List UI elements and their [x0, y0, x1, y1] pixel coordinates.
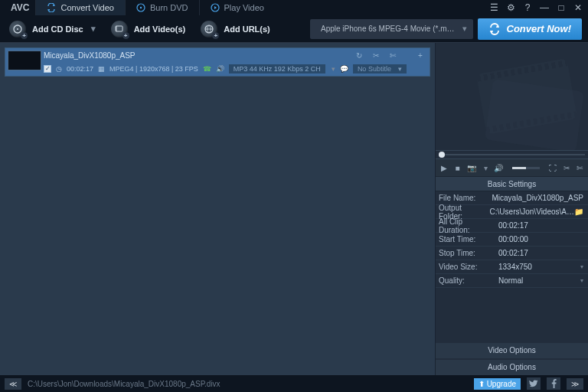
refresh-icon: [488, 23, 501, 35]
button-label: Add Video(s): [134, 24, 186, 34]
preview-area: [436, 43, 588, 150]
file-title: Micayala_DivX1080p_ASP: [44, 51, 136, 60]
button-label: Add URL(s): [224, 24, 270, 34]
stop-button[interactable]: ■: [454, 164, 462, 172]
help-icon[interactable]: ?: [522, 2, 533, 13]
output-profile-text: Apple iPhone 6s MPEG-4 Movie (*.m…: [321, 24, 455, 33]
setting-stop-time: Stop Time: 00:02:17: [436, 247, 588, 260]
subtitle-icon: 💬: [340, 65, 348, 73]
trim-icon[interactable]: ✄: [388, 51, 397, 60]
setting-quality: Quality: Normal▾: [436, 274, 588, 288]
settings-table: File Name: Micayala_DivX1080p_ASP Output…: [436, 191, 588, 288]
button-label: Convert Now!: [507, 23, 572, 34]
maximize-button[interactable]: □: [556, 2, 567, 13]
stop-time-field[interactable]: 00:02:17: [495, 249, 588, 257]
upgrade-button[interactable]: ⬆Upgrade: [474, 378, 521, 390]
volume-icon[interactable]: 🔊: [494, 164, 503, 172]
video-thumbnail[interactable]: [8, 51, 41, 70]
play-icon: [211, 3, 220, 12]
twitter-icon[interactable]: [527, 377, 541, 390]
collapse-button[interactable]: ≪: [5, 378, 21, 390]
cut-icon[interactable]: ✂: [371, 51, 381, 60]
basic-settings-header: Basic Settings: [436, 176, 588, 191]
cut-icon[interactable]: ✂: [563, 164, 570, 172]
disc-icon: [136, 3, 145, 12]
tab-label: Play Video: [224, 3, 264, 12]
seek-bar[interactable]: [436, 150, 588, 159]
resolution: 1920x768: [139, 65, 170, 73]
tab-label: Burn DVD: [150, 3, 188, 12]
codec: MPEG4: [109, 65, 134, 73]
duration: 00:02:17: [67, 65, 93, 73]
main-area: Micayala_DivX1080p_ASP ↻ ✂ ✄ + ✓ ◷ 00:02…: [0, 43, 588, 375]
setting-clip-duration: All Clip Duration: 00:02:17: [436, 219, 588, 233]
trim-icon[interactable]: ✄: [576, 164, 583, 172]
list-icon[interactable]: ☰: [488, 2, 499, 13]
volume-slider[interactable]: [512, 167, 539, 169]
phone-icon: ☎: [203, 65, 211, 73]
chevron-down-icon[interactable]: ▾: [484, 164, 488, 172]
chevron-down-icon[interactable]: ▾: [332, 65, 335, 73]
svg-point-1: [140, 7, 142, 8]
play-button[interactable]: ▶: [440, 164, 448, 172]
clock-icon: ◷: [56, 65, 62, 73]
speaker-icon: 🔊: [216, 65, 224, 73]
tab-play-video[interactable]: Play Video: [199, 0, 275, 15]
globe-add-icon: +: [201, 21, 217, 38]
file-list-panel: Micayala_DivX1080p_ASP ↻ ✂ ✄ + ✓ ◷ 00:02…: [0, 43, 435, 375]
filmstrip-decoration: [485, 79, 584, 150]
film-icon: ▦: [98, 65, 105, 73]
tab-label: Convert Video: [60, 3, 114, 12]
titlebar: AVC Convert Video Burn DVD Play Video ☰ …: [0, 0, 588, 15]
file-item[interactable]: Micayala_DivX1080p_ASP ↻ ✂ ✄ + ✓ ◷ 00:02…: [5, 47, 430, 77]
tab-convert-video[interactable]: Convert Video: [35, 0, 125, 15]
add-urls-button[interactable]: + Add URL(s): [198, 19, 278, 39]
audio-info[interactable]: MP3 44 KHz 192 Kbps 2 CH: [229, 64, 325, 74]
add-videos-button[interactable]: + Add Video(s): [108, 19, 194, 39]
fullscreen-icon[interactable]: ⛶: [549, 164, 557, 172]
window-controls: ☰ ⚙ ? — □ ✕: [488, 2, 583, 13]
add-cd-disc-button[interactable]: + Add CD Disc ▾: [6, 19, 103, 39]
fps: 23 FPS: [175, 65, 198, 73]
svg-point-4: [17, 28, 18, 30]
minimize-button[interactable]: —: [539, 2, 550, 13]
audio-options-button[interactable]: Audio Options: [436, 360, 588, 375]
file-checkbox[interactable]: ✓: [44, 65, 51, 73]
snapshot-button[interactable]: 📷: [467, 164, 476, 172]
statusbar: ≪ C:\Users\Jon\Downloads\Micayala_DivX10…: [0, 375, 588, 392]
quality-select[interactable]: Normal▾: [495, 276, 588, 285]
app-logo: AVC: [5, 2, 35, 13]
button-label: Add CD Disc: [32, 24, 83, 34]
video-size-select[interactable]: 1334x750▾: [495, 263, 588, 271]
svg-rect-6: [116, 26, 117, 31]
close-button[interactable]: ✕: [573, 2, 583, 13]
folder-icon[interactable]: 📁: [574, 207, 583, 216]
disc-add-icon: +: [9, 21, 26, 38]
output-folder-field[interactable]: C:\Users\Jon\Videos\A…📁: [487, 207, 588, 216]
setting-video-size: Video Size: 1334x750▾: [436, 260, 588, 274]
video-add-icon: +: [111, 21, 128, 38]
main-toolbar: + Add CD Disc ▾ + Add Video(s) + Add URL…: [0, 15, 588, 43]
chevron-down-icon: ▾: [462, 24, 467, 34]
seek-thumb[interactable]: [439, 152, 445, 158]
status-file-path: C:\Users\Jon\Downloads\Micayala_DivX1080…: [28, 380, 468, 388]
output-profile-select[interactable]: Apple iPhone 6s MPEG-4 Movie (*.m… ▾: [310, 19, 473, 39]
gear-icon[interactable]: ⚙: [505, 2, 516, 13]
expand-button[interactable]: ≫: [567, 378, 583, 390]
setting-start-time: Start Time: 00:00:00: [436, 233, 588, 247]
chevron-down-icon: ▾: [91, 24, 96, 34]
right-panel: ▶ ■ 📷 ▾ 🔊 ⛶ ✂ ✄ Basic Settings File Name…: [435, 43, 588, 375]
video-options-button[interactable]: Video Options: [436, 343, 588, 358]
file-name-field[interactable]: Micayala_DivX1080p_ASP: [488, 194, 588, 202]
convert-icon: [47, 3, 56, 12]
subtitle-select[interactable]: No Subtitle▾: [353, 64, 407, 74]
start-time-field[interactable]: 00:00:00: [495, 235, 588, 243]
tab-burn-dvd[interactable]: Burn DVD: [125, 0, 199, 15]
media-controls: ▶ ■ 📷 ▾ 🔊 ⛶ ✂ ✄: [436, 159, 588, 176]
facebook-icon[interactable]: [547, 377, 560, 390]
convert-now-button[interactable]: Convert Now!: [478, 18, 583, 40]
refresh-icon[interactable]: ↻: [354, 51, 364, 60]
add-icon[interactable]: +: [416, 51, 425, 60]
